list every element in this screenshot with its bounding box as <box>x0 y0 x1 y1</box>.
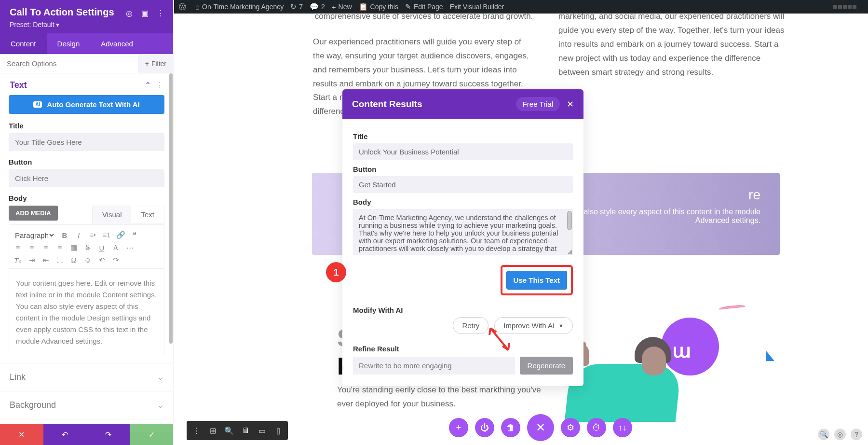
power-button[interactable]: ⏻ <box>475 418 494 437</box>
modal-title-input[interactable] <box>353 143 573 160</box>
section-more-icon[interactable]: ⋮ <box>156 81 163 90</box>
button-label: Button <box>9 158 164 166</box>
search-icon[interactable]: 🔍 <box>818 429 829 440</box>
filter-button[interactable]: +Filter <box>138 54 173 73</box>
visual-tab[interactable]: Visual <box>93 206 132 223</box>
auto-generate-button[interactable]: AIAuto Generate Text With AI <box>9 95 164 114</box>
clear-button[interactable]: Tₓ <box>13 255 23 265</box>
tablet-icon[interactable]: ▭ <box>257 426 267 435</box>
link-section[interactable]: Link⌄ <box>0 363 173 391</box>
modal-title-label: Title <box>353 132 573 140</box>
indent-button[interactable]: ⇥ <box>27 255 37 265</box>
add-button[interactable]: + <box>449 418 468 437</box>
dock-icon[interactable]: ▣ <box>141 9 149 18</box>
underline-button[interactable]: U <box>97 243 107 252</box>
section-text-title[interactable]: Text <box>10 80 145 90</box>
drag-icon[interactable]: ⋮ <box>191 426 201 435</box>
refine-input[interactable] <box>353 357 515 375</box>
site-name[interactable]: ⌂On-Time Marketing Agency <box>195 3 284 11</box>
body-editor[interactable]: Your content goes here. Edit or remove t… <box>9 268 164 356</box>
modal-body-textarea[interactable]: At On-Time Marketing Agency, we understa… <box>353 209 573 255</box>
color-button[interactable]: A <box>111 243 121 252</box>
admin-bar-right <box>832 5 856 9</box>
preset-dropdown[interactable]: Preset: Default ▾ <box>10 21 163 28</box>
textarea-scrollbar[interactable] <box>567 211 572 230</box>
annotation-badge: 1 <box>326 262 346 282</box>
more-button[interactable]: ⋯ <box>125 243 135 252</box>
use-this-text-button[interactable]: Use This Text <box>506 271 567 290</box>
redo-bar-button[interactable]: ↷ <box>87 424 130 445</box>
annotation-arrow <box>488 326 512 355</box>
undo-button[interactable]: ↶ <box>97 255 107 265</box>
save-button[interactable]: ✓ <box>130 424 173 445</box>
module-toolbar: + ⏻ 🗑 ✕ ⚙ ⏱ ↑↓ <box>449 414 632 441</box>
undo-bar-button[interactable]: ↶ <box>43 424 87 445</box>
button-input[interactable] <box>9 169 164 187</box>
sort-button[interactable]: ↑↓ <box>613 418 632 437</box>
page-canvas: comprehensive suite of services to accel… <box>174 14 868 445</box>
add-media-button[interactable]: ADD MEDIA <box>9 206 58 221</box>
help-icon[interactable]: ? <box>851 429 862 440</box>
zoom-icon[interactable]: 🔍 <box>224 426 234 435</box>
align-center-button[interactable]: ≡ <box>27 243 37 252</box>
focus-icon[interactable]: ◎ <box>126 9 134 18</box>
tab-design[interactable]: Design <box>47 33 91 54</box>
text-tab[interactable]: Text <box>131 206 164 223</box>
save-bar: ✕ ↶ ↷ ✓ <box>0 424 173 445</box>
ul-button[interactable]: ≡• <box>88 230 97 240</box>
page-toolbar: ⋮ ⊞ 🔍 🖥 ▭ ▯ <box>187 421 288 440</box>
modal-title: Content Results <box>352 99 516 110</box>
italic-button[interactable]: I <box>74 230 83 240</box>
delete-button[interactable]: 🗑 <box>501 418 520 437</box>
desktop-icon[interactable]: 🖥 <box>241 426 250 435</box>
wordpress-icon[interactable]: ⓦ <box>179 2 189 12</box>
modal-button-input[interactable] <box>353 176 573 193</box>
page-subtext: You're standing eerily close to the best… <box>337 383 554 411</box>
background-section[interactable]: Background⌄ <box>0 391 173 419</box>
chevron-up-icon[interactable]: ⌃ <box>145 81 151 90</box>
chevron-down-icon: ⌄ <box>157 401 163 410</box>
more-icon[interactable]: ⋮ <box>157 9 164 18</box>
content-column-2: marketing, and social media, our experie… <box>558 10 785 79</box>
strike-button[interactable]: S̶ <box>83 243 93 252</box>
resize-grip-icon[interactable] <box>567 250 572 254</box>
discard-button[interactable]: ✕ <box>0 424 43 445</box>
paragraph-select[interactable]: Paragraph <box>13 230 55 240</box>
outdent-button[interactable]: ⇤ <box>41 255 51 265</box>
quote-button[interactable]: ❝ <box>130 230 139 240</box>
special-button[interactable]: Ω <box>69 255 79 265</box>
redo-button[interactable]: ↷ <box>111 255 121 265</box>
tab-advanced[interactable]: Advanced <box>90 33 144 54</box>
align-justify-button[interactable]: ≡ <box>55 243 65 252</box>
tab-content[interactable]: Content <box>0 33 47 54</box>
wireframe-icon[interactable]: ⊞ <box>208 426 217 435</box>
retry-button[interactable]: Retry <box>453 317 488 334</box>
settings-button[interactable]: ⚙ <box>561 418 580 437</box>
table-button[interactable]: ▦ <box>69 243 79 252</box>
sidebar-scrollbar[interactable] <box>169 73 173 344</box>
layers-icon[interactable]: ◎ <box>834 429 846 440</box>
refine-label: Refine Result <box>353 345 573 353</box>
modal-button-label: Button <box>353 165 573 173</box>
link-button[interactable]: 🔗 <box>116 230 125 240</box>
annotation-highlight: Use This Text <box>501 265 573 295</box>
history-button[interactable]: ⏱ <box>587 418 606 437</box>
chevron-down-icon: ⌄ <box>157 373 163 382</box>
emoji-button[interactable]: ☺ <box>83 255 93 265</box>
close-toolbar-button[interactable]: ✕ <box>527 414 554 441</box>
phone-icon[interactable]: ▯ <box>273 426 283 435</box>
updates-link[interactable]: ↻7 <box>290 2 303 11</box>
editor-toolbar: Paragraph B I ≡• ≡1 🔗 ❝ ≡ ≡ ≡ ≡ ▦ S̶ U A <box>9 224 164 268</box>
align-right-button[interactable]: ≡ <box>41 243 51 252</box>
search-input[interactable] <box>0 54 138 73</box>
title-input[interactable] <box>9 133 164 151</box>
free-trial-badge[interactable]: Free Trial <box>516 97 560 111</box>
bold-button[interactable]: B <box>60 230 69 240</box>
align-left-button[interactable]: ≡ <box>13 243 23 252</box>
ol-button[interactable]: ≡1 <box>102 230 111 240</box>
illustration: ɯ <box>560 298 791 414</box>
fullscreen-button[interactable]: ⛶ <box>55 255 65 265</box>
regenerate-button[interactable]: Regenerate <box>520 357 573 375</box>
sidebar-body: Text ⌃ ⋮ AIAuto Generate Text With AI Ti… <box>0 73 173 432</box>
close-icon[interactable]: ✕ <box>567 99 574 110</box>
